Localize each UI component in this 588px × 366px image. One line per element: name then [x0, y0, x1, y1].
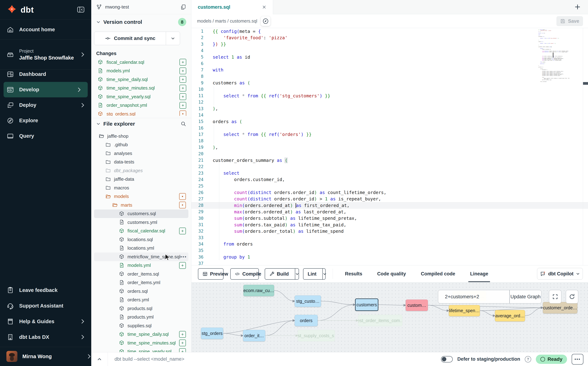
copy-icon[interactable] [180, 4, 186, 10]
scrollbar-thumb[interactable] [583, 82, 588, 85]
lineage-node-ecom_raw[interactable]: ecom.raw_cu… [243, 285, 274, 296]
compile-button[interactable]: Compile [230, 268, 259, 280]
change-item[interactable]: stg_orders.sql• [91, 110, 191, 116]
sidebar-item-explore[interactable]: Explore [0, 113, 91, 128]
dbt-command-input[interactable] [108, 356, 346, 362]
lineage-node-test_order_items[interactable]: test_order_items_com… [358, 315, 402, 326]
modified-badge[interactable]: • [179, 111, 186, 116]
save-button[interactable]: Save [556, 16, 583, 26]
file-tree-item[interactable]: time_spine_yearly.sql+ [94, 347, 188, 352]
lineage-node-test_supply[interactable]: test_supply_costs_s… [298, 330, 335, 341]
sidebar-item-support-assistant[interactable]: Support Assistant [0, 298, 91, 313]
lineage-node-order_items[interactable]: order_it… [243, 330, 265, 341]
file-tree-item[interactable]: jaffle-data [94, 175, 188, 184]
stage-add-badge[interactable]: + [179, 93, 186, 100]
file-tree-item[interactable]: metricflow_time_spine.sql••• [94, 252, 188, 261]
lineage-node-lifetime_spend[interactable]: lifetime_spen… [449, 305, 480, 316]
sidebar-item-query[interactable]: Query [0, 128, 91, 144]
file-tree-item[interactable]: supplies.sql [94, 321, 188, 330]
fullscreen-button[interactable] [549, 290, 561, 304]
lineage-node-customer_orders[interactable]: customer_orde… [543, 302, 577, 313]
stage-add-badge[interactable]: + [179, 76, 186, 83]
defer-toggle[interactable] [441, 356, 453, 362]
dbt-copilot-button[interactable]: dbt Copilot [537, 268, 583, 280]
tab-results[interactable]: Results [345, 266, 362, 282]
modified-badge[interactable]: • [179, 193, 186, 200]
file-tree-item[interactable]: products.yml [94, 313, 188, 322]
lineage-node-customers_pink[interactable]: custom… [406, 299, 428, 311]
file-tree-item[interactable]: jaffle-shop [94, 132, 188, 141]
change-item[interactable]: time_spine_minutes.sql+ [91, 84, 191, 92]
lineage-node-average_order[interactable]: average_ord… [495, 310, 525, 321]
lineage-search-input[interactable] [438, 290, 509, 303]
stage-add-badge[interactable]: + [179, 262, 186, 269]
expand-command-bar-chevron[interactable] [91, 357, 108, 362]
file-tree-item[interactable]: order_items.yml [94, 278, 188, 287]
build-options-chevron[interactable] [295, 269, 299, 279]
sidebar-item-help-guides[interactable]: Help & Guides [0, 313, 91, 329]
file-tree-item[interactable]: order_items.sql [94, 270, 188, 278]
version-control-header[interactable]: Version control 8 [91, 17, 191, 27]
lineage-node-stg_customers[interactable]: stg_custo… [295, 296, 321, 307]
file-tree-item[interactable]: customers.sql [94, 209, 188, 218]
lineage-node-stg_orders[interactable]: stg_orders [201, 328, 223, 339]
help-icon[interactable]: ? [525, 356, 531, 362]
lineage-node-customers[interactable]: customers [355, 298, 378, 311]
sidebar-item-dbt-labs-dx[interactable]: dbt Labs DX [0, 329, 91, 345]
stage-add-badge[interactable]: + [179, 68, 186, 74]
file-tree-item[interactable]: .github [94, 141, 188, 149]
lineage-node-orders[interactable]: orders [295, 315, 318, 326]
sidebar-item-project[interactable]: Project Jaffle Shop Snowflake [0, 40, 91, 69]
stage-add-badge[interactable]: + [179, 59, 186, 66]
sidebar-item-deploy[interactable]: Deploy [0, 97, 91, 113]
file-tree-item[interactable]: orders.yml [94, 296, 188, 304]
kebab-menu-icon[interactable]: ••• [180, 254, 187, 259]
file-tree-item[interactable]: products.sql [94, 304, 188, 313]
refresh-button[interactable] [566, 290, 578, 304]
file-tree-item[interactable]: customers.yml [94, 218, 188, 227]
stage-add-badge[interactable]: + [179, 228, 186, 234]
tab-code-quality[interactable]: Code quality [377, 266, 406, 282]
file-tree-item[interactable]: models.yml+ [94, 261, 188, 270]
file-tree-item[interactable]: marts• [94, 201, 188, 209]
change-item[interactable]: order_snapshot.yml+ [91, 101, 191, 110]
commit-options-chevron[interactable] [166, 32, 180, 45]
file-tree-item[interactable]: fiscal_calendar.sql+ [94, 227, 188, 236]
tab-lineage[interactable]: Lineage [470, 266, 488, 282]
update-graph-button[interactable]: Update Graph [510, 290, 541, 303]
lint-options-chevron[interactable] [322, 269, 327, 279]
lint-button[interactable]: Lint [303, 268, 326, 280]
collapse-sidebar-icon[interactable] [77, 6, 85, 13]
file-tree-item[interactable]: models• [94, 192, 188, 201]
stage-add-badge[interactable]: + [179, 348, 186, 352]
file-tree-item[interactable]: data-tests [94, 158, 188, 167]
file-tree-item[interactable]: orders.sql [94, 287, 188, 296]
search-icon[interactable] [180, 121, 186, 127]
change-item[interactable]: time_spine_yearly.sql+ [91, 92, 191, 101]
change-item[interactable]: time_spine_daily.sql+ [91, 75, 191, 84]
change-item[interactable]: fiscal_calendar.sql+ [91, 58, 191, 67]
sidebar-item-leave-feedback[interactable]: Leave feedback [0, 282, 91, 298]
sidebar-item-user[interactable]: Mirna Wong [0, 349, 98, 364]
sidebar-item-dashboard[interactable]: Dashboard [0, 67, 91, 82]
stage-add-badge[interactable]: + [179, 331, 186, 338]
stage-add-badge[interactable]: + [179, 102, 186, 109]
commit-and-sync-button[interactable]: Commit and sync [94, 32, 180, 45]
build-button[interactable]: Build [265, 268, 299, 280]
stage-add-badge[interactable]: + [179, 340, 186, 346]
code-editor[interactable]: 1{{ config(meta = {2 'favorite_food': 'p… [191, 28, 588, 265]
status-badge[interactable]: Ready [536, 355, 567, 364]
file-explorer-header[interactable]: File explorer [91, 118, 191, 128]
stage-add-badge[interactable]: + [179, 85, 186, 92]
sidebar-item-account-home[interactable]: Account home [0, 20, 98, 39]
file-tree-item[interactable]: time_spine_daily.sql+ [94, 330, 188, 339]
modified-badge[interactable]: • [179, 202, 186, 208]
more-options-button[interactable]: ••• [572, 354, 583, 365]
sidebar-item-develop[interactable]: Develop [4, 82, 88, 97]
new-tab-button[interactable] [573, 2, 582, 11]
preview-button[interactable]: Preview [198, 268, 223, 280]
file-tree-item[interactable]: analyses [94, 149, 188, 158]
file-tree-item[interactable]: dbt_packages [94, 166, 188, 175]
minimap[interactable]: {{ config(meta = { 'favorite_food': 'piz… [538, 30, 570, 83]
file-tree-item[interactable]: time_spine_minutes.sql+ [94, 339, 188, 347]
